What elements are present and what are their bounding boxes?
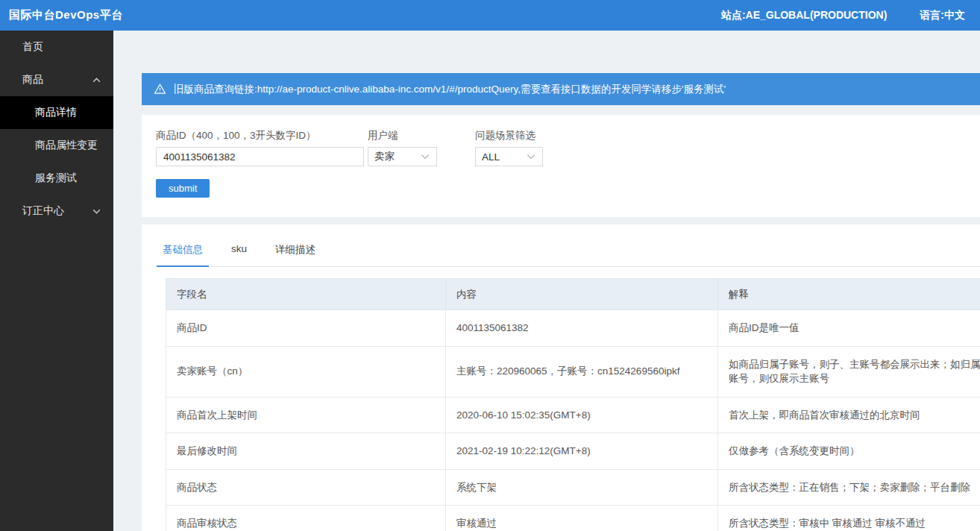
alert-text: 旧版商品查询链接:http://ae-product-cnlive.alibab… — [174, 83, 726, 96]
cell-field: 卖家账号（cn） — [166, 346, 446, 397]
sidebar-item-product-detail[interactable]: 商品详情 — [0, 96, 113, 129]
col-header-field: 字段名 — [166, 279, 446, 310]
result-tabs: 基础信息 sku 详细描述 — [157, 236, 980, 267]
query-form-panel: 商品ID（400，100，3开头数字ID） 用户端 卖家 问题场景筛选 A — [142, 115, 980, 217]
cell-note: 所含状态类型：审核中 审核通过 审核不通过 — [718, 506, 980, 531]
main-content: 旧版商品查询链接:http://ae-product-cnlive.alibab… — [113, 31, 980, 531]
cell-note: 商品ID是唯一值 — [718, 310, 980, 347]
cell-field: 商品审核状态 — [166, 506, 446, 531]
cell-field: 商品状态 — [166, 469, 446, 506]
cell-note: 所含状态类型：正在销售；下架；卖家删除；平台删除 — [718, 469, 980, 506]
col-header-note: 解释 — [718, 279, 980, 310]
client-label: 用户端 — [368, 129, 437, 142]
client-select[interactable]: 卖家 — [368, 147, 437, 166]
table-row: 商品状态 系统下架 所含状态类型：正在销售；下架；卖家删除；平台删除 — [166, 469, 980, 506]
cell-field: 最后修改时间 — [166, 433, 446, 470]
basic-info-table: 字段名 内容 解释 商品ID 4001135061382 商品ID是唯一值 卖家… — [166, 278, 980, 531]
tab-detail-desc[interactable]: 详细描述 — [269, 236, 321, 266]
submit-button[interactable]: submit — [156, 179, 210, 198]
sidebar-item-label: 首页 — [22, 40, 43, 54]
app-title: 国际中台DevOps平台 — [9, 8, 123, 22]
table-row: 商品审核状态 审核通过 所含状态类型：审核中 审核通过 审核不通过 — [166, 506, 980, 531]
sidebar-item-label: 服务测试 — [35, 172, 77, 185]
cell-content: 系统下架 — [446, 469, 718, 506]
cell-field: 商品ID — [166, 310, 446, 347]
sidebar-item-product-attr-change[interactable]: 商品属性变更 — [0, 129, 113, 162]
table-row: 最后修改时间 2021-02-19 10:22:12(GMT+8) 仅做参考（含… — [166, 433, 980, 470]
cell-content: 4001135061382 — [446, 310, 718, 347]
chevron-down-icon — [420, 151, 430, 162]
cell-content: 主账号：220960065，子账号：cn1524269560ipkf — [446, 346, 718, 397]
cell-content: 2021-02-19 10:22:12(GMT+8) — [446, 433, 718, 470]
cell-content: 2020-06-10 15:02:35(GMT+8) — [446, 397, 718, 433]
sidebar-item-label: 订正中心 — [22, 204, 64, 218]
result-panel: 基础信息 sku 详细描述 字段名 内容 解释 商品ID 40011350613… — [142, 224, 980, 531]
scene-filter-value: ALL — [482, 151, 500, 163]
sidebar-item-label: 商品 — [22, 73, 43, 87]
site-selector[interactable]: 站点:AE_GLOBAL(PRODUCTION) — [721, 9, 887, 22]
sidebar-item-label: 商品属性变更 — [35, 139, 98, 152]
cell-note: 首次上架，即商品首次审核通过的北京时间 — [718, 397, 980, 433]
sidebar-item-service-test[interactable]: 服务测试 — [0, 162, 113, 195]
scene-filter-label: 问题场景筛选 — [475, 129, 543, 142]
sidebar-item-product[interactable]: 商品 — [0, 63, 113, 96]
tab-basic-info[interactable]: 基础信息 — [157, 236, 209, 267]
chevron-up-icon — [92, 75, 101, 85]
tab-sku[interactable]: sku — [225, 236, 253, 266]
sidebar-item-home[interactable]: 首页 — [0, 31, 113, 63]
sidebar-item-correction-center[interactable]: 订正中心 — [0, 195, 113, 227]
product-id-label: 商品ID（400，100，3开头数字ID） — [156, 129, 364, 142]
cell-note: 如商品归属子账号，则子、主账号都会展示出来；如归属主账号，则仅展示主账号 — [718, 346, 980, 397]
sidebar: 首页 商品 商品详情 商品属性变更 服务测试 订正中心 — [0, 31, 113, 531]
language-selector[interactable]: 语言:中文 — [920, 9, 965, 22]
cell-note: 仅做参考（含系统变更时间） — [718, 433, 980, 470]
cell-field: 商品首次上架时间 — [166, 397, 446, 433]
col-header-content: 内容 — [446, 279, 718, 310]
app-header: 国际中台DevOps平台 站点:AE_GLOBAL(PRODUCTION) 语言… — [0, 0, 980, 31]
client-select-value: 卖家 — [374, 150, 395, 163]
table-header-row: 字段名 内容 解释 — [166, 279, 980, 310]
table-row: 卖家账号（cn） 主账号：220960065，子账号：cn1524269560i… — [166, 346, 980, 397]
legacy-link-alert: 旧版商品查询链接:http://ae-product-cnlive.alibab… — [142, 73, 980, 105]
warning-icon — [154, 83, 166, 95]
chevron-down-icon — [92, 207, 101, 216]
sidebar-item-label: 商品详情 — [35, 106, 77, 119]
scene-filter-select[interactable]: ALL — [475, 147, 543, 166]
table-row: 商品ID 4001135061382 商品ID是唯一值 — [166, 310, 980, 347]
table-row: 商品首次上架时间 2020-06-10 15:02:35(GMT+8) 首次上架… — [166, 397, 980, 433]
cell-content: 审核通过 — [446, 506, 718, 531]
chevron-down-icon — [526, 151, 536, 162]
product-id-input[interactable] — [156, 147, 364, 166]
